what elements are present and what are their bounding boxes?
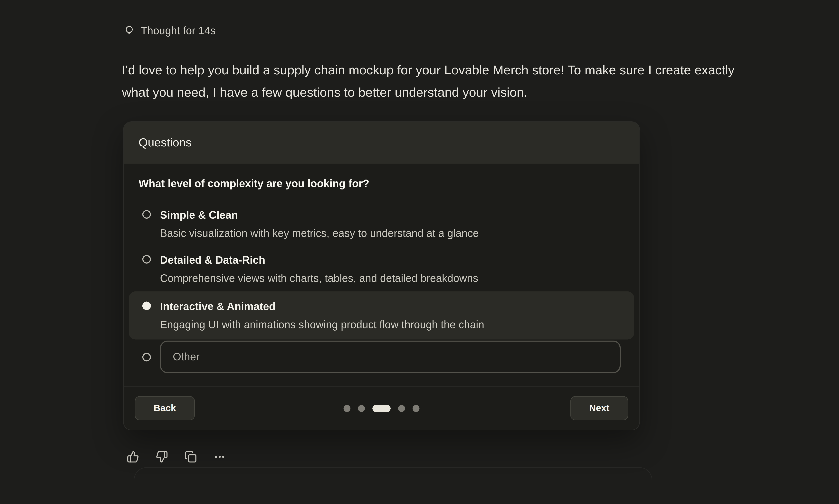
next-button[interactable]: Next xyxy=(571,396,628,420)
chat-screen: Thought for 14s I'd love to help you bui… xyxy=(0,0,839,504)
progress-dot xyxy=(413,405,420,412)
option-text: Interactive & Animated Engaging UI with … xyxy=(160,300,484,331)
thought-summary-toggle[interactable]: Thought for 14s xyxy=(125,25,216,37)
radio-selected-icon[interactable] xyxy=(142,302,151,310)
thought-label: Thought for 14s xyxy=(141,25,216,37)
card-footer: Back Next xyxy=(124,386,640,430)
progress-dots xyxy=(344,405,420,412)
option-interactive-animated[interactable]: Interactive & Animated Engaging UI with … xyxy=(129,291,634,340)
question-text: What level of complexity are you looking… xyxy=(139,178,624,190)
option-label: Simple & Clean xyxy=(160,209,479,221)
option-text: Simple & Clean Basic visualization with … xyxy=(160,209,479,239)
radio-unselected-icon[interactable] xyxy=(142,210,151,219)
option-text: Detailed & Data-Rich Comprehensive views… xyxy=(160,253,478,284)
copy-icon xyxy=(185,450,197,463)
option-simple-clean[interactable]: Simple & Clean Basic visualization with … xyxy=(129,202,634,247)
options-list: Simple & Clean Basic visualization with … xyxy=(129,202,634,373)
progress-dot xyxy=(398,405,405,412)
assistant-message: I'd love to help you build a supply chai… xyxy=(122,59,764,104)
option-label: Detailed & Data-Rich xyxy=(160,253,478,266)
thumbs-down-button[interactable] xyxy=(156,450,169,463)
lightbulb-icon xyxy=(125,25,134,37)
thumbs-down-icon xyxy=(156,450,169,463)
thumbs-up-icon xyxy=(127,450,140,463)
back-button[interactable]: Back xyxy=(135,396,195,420)
radio-unselected-icon[interactable] xyxy=(142,353,151,361)
radio-unselected-icon[interactable] xyxy=(142,255,151,264)
more-options-button[interactable] xyxy=(213,450,226,463)
option-description: Basic visualization with key metrics, ea… xyxy=(160,227,479,239)
message-actions xyxy=(127,450,226,463)
thumbs-up-button[interactable] xyxy=(127,450,140,463)
questions-card: Questions What level of complexity are y… xyxy=(123,121,640,430)
option-detailed-data-rich[interactable]: Detailed & Data-Rich Comprehensive views… xyxy=(129,247,634,291)
option-other[interactable] xyxy=(129,340,634,373)
option-label: Interactive & Animated xyxy=(160,300,484,313)
card-title: Questions xyxy=(124,122,640,164)
composer-top-edge xyxy=(134,467,652,504)
progress-dot xyxy=(344,405,351,412)
card-body: What level of complexity are you looking… xyxy=(124,164,640,373)
progress-dot xyxy=(358,405,365,412)
ellipsis-icon xyxy=(213,450,226,463)
other-input[interactable] xyxy=(160,341,621,373)
copy-button[interactable] xyxy=(185,450,197,463)
option-description: Engaging UI with animations showing prod… xyxy=(160,318,484,331)
option-description: Comprehensive views with charts, tables,… xyxy=(160,272,478,285)
progress-dot-active xyxy=(372,405,390,412)
